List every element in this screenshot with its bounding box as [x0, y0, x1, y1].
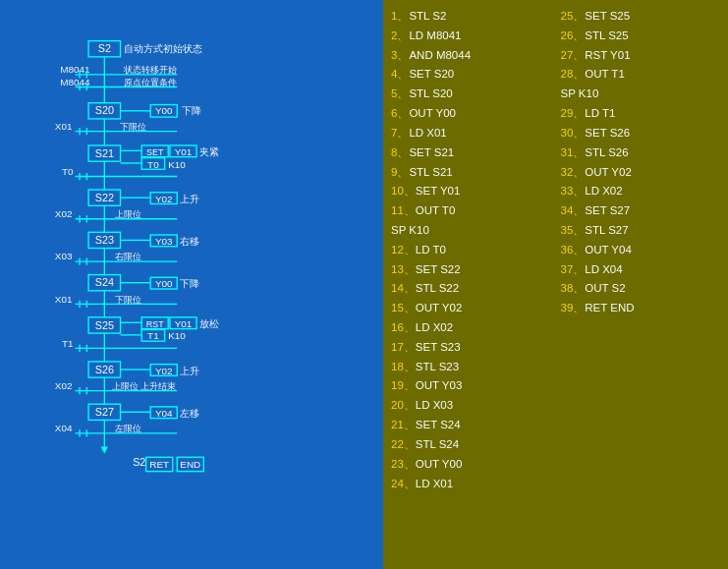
svg-text:X01: X01 — [55, 294, 73, 305]
svg-text:状态转移开始: 状态转移开始 — [123, 65, 177, 75]
instruction-line: 13、SET S22 — [391, 261, 551, 279]
ladder-diagram: S2 自动方式初始状态 M8041 状态转移开始 M8044 原点位置条件 S2… — [35, 0, 350, 569]
svg-text:S24: S24 — [95, 276, 114, 288]
svg-text:Y00: Y00 — [155, 105, 173, 116]
svg-text:S26: S26 — [95, 364, 114, 375]
instruction-line: 39、RET END — [561, 300, 721, 317]
svg-text:Y02: Y02 — [155, 194, 173, 204]
instruction-line: 15、OUT Y02 — [391, 300, 551, 317]
svg-text:S2: S2 — [133, 456, 145, 468]
left-panel: S2 自动方式初始状态 M8041 状态转移开始 M8044 原点位置条件 S2… — [0, 0, 383, 569]
instruction-line: 19、OUT Y03 — [391, 377, 551, 395]
svg-text:上限位 上升结束: 上限位 上升结束 — [112, 381, 177, 391]
instruction-line: 24、LD X01 — [391, 476, 551, 493]
svg-text:Y01: Y01 — [175, 318, 193, 329]
svg-text:Y03: Y03 — [155, 236, 173, 247]
svg-text:放松: 放松 — [199, 318, 219, 329]
instruction-line: SP K10 — [391, 222, 551, 240]
instruction-line: 28、OUT T1 — [561, 66, 721, 84]
svg-text:上升: 上升 — [180, 194, 199, 204]
instruction-line: 12、LD T0 — [391, 242, 551, 259]
svg-text:夹紧: 夹紧 — [199, 146, 219, 157]
svg-text:X03: X03 — [55, 251, 73, 261]
svg-text:RET: RET — [149, 459, 169, 470]
instruction-line: 6、OUT Y00 — [391, 105, 551, 123]
instruction-line: 32、OUT Y02 — [561, 164, 721, 182]
svg-text:K10: K10 — [168, 330, 186, 341]
instruction-line: 34、SET S27 — [561, 202, 721, 220]
instruction-line: 2、LD M8041 — [391, 28, 551, 45]
svg-text:T1: T1 — [62, 338, 74, 349]
svg-text:END: END — [180, 459, 200, 470]
instruction-line: 31、STL S26 — [561, 144, 721, 162]
instruction-line: 16、LD X02 — [391, 319, 551, 337]
svg-text:左限位: 左限位 — [115, 424, 141, 433]
svg-text:下限位: 下限位 — [120, 122, 146, 132]
svg-text:T0: T0 — [62, 166, 74, 177]
svg-text:Y00: Y00 — [155, 278, 173, 289]
instruction-line: 8、SET S21 — [391, 144, 551, 162]
instruction-line: 30、SET S26 — [561, 125, 721, 142]
instruction-line: 22、STL S24 — [391, 436, 551, 454]
instruction-list: 1、STL S22、LD M80413、AND M80444、SET S205、… — [391, 8, 720, 561]
instruction-line: 3、AND M8044 — [391, 47, 551, 65]
svg-text:S22: S22 — [95, 192, 114, 203]
instruction-line: 27、RST Y01 — [561, 47, 721, 65]
svg-text:T0: T0 — [147, 159, 159, 170]
svg-text:SET: SET — [146, 147, 164, 157]
svg-text:右移: 右移 — [180, 236, 199, 247]
svg-text:K10: K10 — [168, 159, 186, 170]
svg-text:M8044: M8044 — [60, 77, 90, 87]
instruction-col-2: 25、SET S2526、STL S2527、RST Y0128、OUT T1S… — [561, 8, 721, 561]
svg-text:X04: X04 — [55, 423, 73, 433]
instruction-line: 21、SET S24 — [391, 417, 551, 434]
svg-text:自动方式初始状态: 自动方式初始状态 — [124, 43, 202, 54]
instruction-line: 4、SET S20 — [391, 66, 551, 84]
instruction-line: 23、OUT Y00 — [391, 456, 551, 474]
svg-text:左移: 左移 — [180, 408, 199, 419]
svg-text:X02: X02 — [55, 208, 73, 219]
svg-text:Y01: Y01 — [175, 146, 193, 157]
svg-marker-130 — [101, 446, 108, 453]
instruction-line: 25、SET S25 — [561, 8, 721, 26]
svg-text:T1: T1 — [147, 330, 159, 341]
svg-text:Y02: Y02 — [155, 366, 173, 376]
instruction-line: 18、STL S23 — [391, 359, 551, 376]
svg-text:S21: S21 — [95, 147, 114, 159]
instruction-line: 9、STL S21 — [391, 164, 551, 182]
instruction-line: 37、LD X04 — [561, 261, 721, 279]
instruction-line: 35、STL S27 — [561, 222, 721, 240]
svg-text:X01: X01 — [55, 121, 73, 132]
instruction-line: 7、LD X01 — [391, 125, 551, 142]
instruction-line: 33、LD X02 — [561, 183, 721, 200]
instruction-line: 20、LD X03 — [391, 397, 551, 415]
svg-text:S2: S2 — [98, 42, 111, 54]
instruction-line: 26、STL S25 — [561, 28, 721, 45]
svg-text:Y04: Y04 — [155, 408, 173, 419]
svg-text:上升: 上升 — [180, 366, 199, 376]
svg-text:下降: 下降 — [180, 278, 199, 289]
svg-text:X02: X02 — [55, 380, 73, 391]
instruction-line: 36、OUT Y04 — [561, 242, 721, 259]
svg-text:S25: S25 — [95, 319, 114, 331]
svg-text:S23: S23 — [95, 234, 114, 246]
instruction-line: 29、LD T1 — [561, 105, 721, 123]
instruction-line: 14、STL S22 — [391, 280, 551, 298]
svg-text:右限位: 右限位 — [115, 252, 141, 261]
svg-text:原点位置条件: 原点位置条件 — [124, 78, 177, 87]
instruction-line: SP K10 — [561, 85, 721, 103]
instruction-line: 1、STL S2 — [391, 8, 551, 26]
svg-text:RST: RST — [146, 319, 165, 329]
instruction-line: 5、STL S20 — [391, 85, 551, 103]
svg-text:S20: S20 — [95, 104, 114, 116]
svg-text:M8041: M8041 — [60, 64, 90, 75]
svg-text:上限位: 上限位 — [115, 209, 141, 219]
svg-text:下降: 下降 — [182, 105, 201, 116]
instruction-line: 11、OUT T0 — [391, 202, 551, 220]
right-panel: 1、STL S22、LD M80413、AND M80444、SET S205、… — [383, 0, 728, 569]
svg-text:下限位: 下限位 — [115, 295, 141, 305]
instruction-line: 38、OUT S2 — [561, 280, 721, 298]
instruction-col-1: 1、STL S22、LD M80413、AND M80444、SET S205、… — [391, 8, 551, 561]
svg-text:S27: S27 — [95, 406, 114, 418]
instruction-line: 17、SET S23 — [391, 339, 551, 357]
